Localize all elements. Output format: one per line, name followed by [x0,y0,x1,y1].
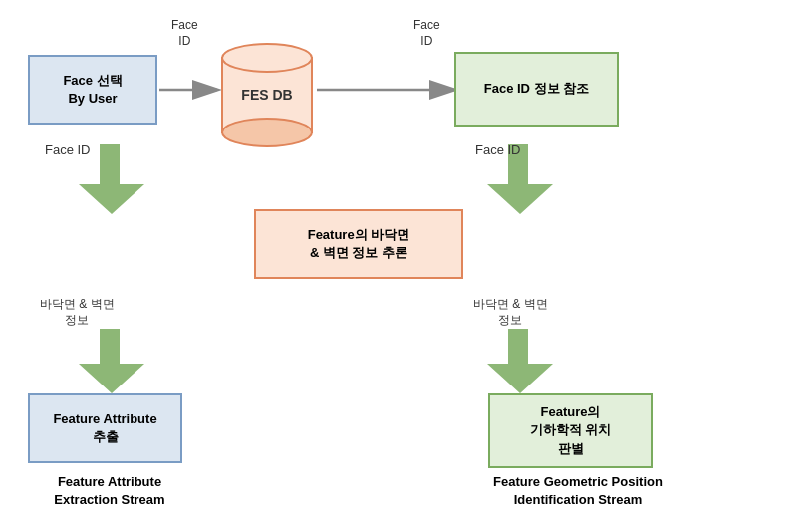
face-id-left-label: Face ID [45,142,91,159]
svg-marker-7 [79,329,144,393]
svg-marker-8 [487,329,553,393]
svg-text:FES DB: FES DB [241,87,292,103]
right-stream-label: Feature Geometric PositionIdentification… [433,473,722,509]
face-id-top-left-label: FaceID [171,18,198,49]
face-id-top-right-label: FaceID [413,18,440,49]
left-stream-text: Feature AttributeExtraction Stream [54,474,164,507]
feature-geo-box: Feature의기하학적 위치판별 [488,393,653,468]
face-select-label: Face 선택By User [63,72,122,108]
diagram: Face 선택By User FaceID FES DB FaceID Face… [0,0,812,514]
feature-attr-box: Feature Attribute추출 [28,393,182,463]
svg-point-11 [222,119,312,146]
feature-extract-label: Feature의 바닥면& 벽면 정보 추론 [308,226,410,262]
feature-extract-box: Feature의 바닥면& 벽면 정보 추론 [254,209,463,279]
face-select-box: Face 선택By User [28,55,157,125]
right-stream-text: Feature Geometric PositionIdentification… [493,474,663,507]
left-stream-label: Feature AttributeExtraction Stream [10,473,209,509]
feature-attr-label: Feature Attribute추출 [53,410,156,446]
feature-geo-label: Feature의기하학적 위치판별 [530,403,612,458]
svg-point-10 [222,44,312,72]
face-id-right-label: Face ID [475,142,521,159]
floor-wall-right-label: 바닥면 & 벽면정보 [473,297,548,328]
face-id-info-box: Face ID 정보 참조 [454,52,619,127]
fes-db-cylinder: FES DB [217,38,317,147]
floor-wall-left-label: 바닥면 & 벽면정보 [40,297,115,328]
face-id-info-label: Face ID 정보 참조 [484,80,589,98]
